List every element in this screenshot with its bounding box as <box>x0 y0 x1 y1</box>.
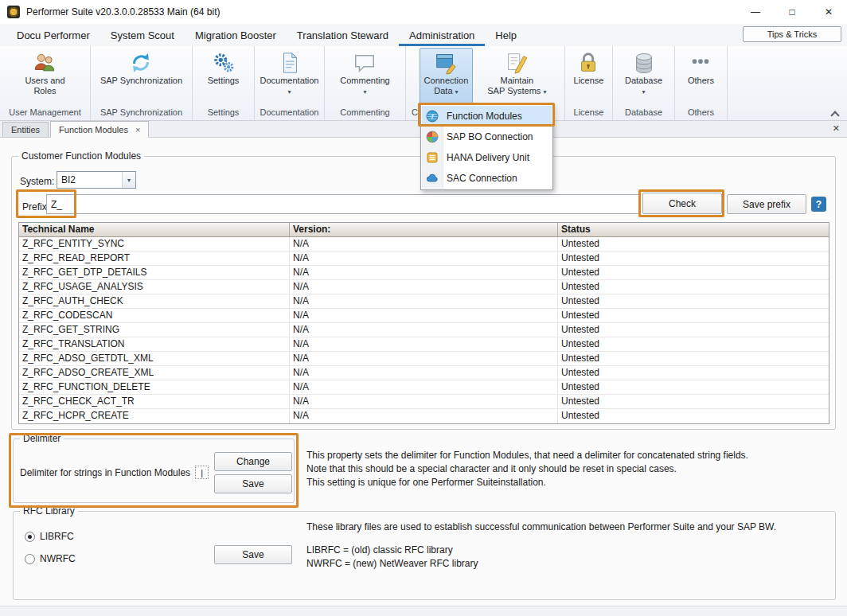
radio-nwrfc[interactable]: NWRFC <box>25 553 76 564</box>
close-button[interactable]: ✕ <box>810 0 847 24</box>
settings-button[interactable]: Settings <box>203 48 244 107</box>
minimize-button[interactable]: — <box>737 0 774 24</box>
radio-librfc[interactable]: LIBRFC <box>25 531 74 542</box>
table-row[interactable]: Z_RFC_READ_REPORTN/AUntested <box>19 251 829 266</box>
system-combobox[interactable]: BI2 ▾ <box>57 171 136 189</box>
cell-status: Untested <box>558 309 829 322</box>
database-button[interactable]: Database ▾ <box>620 48 667 107</box>
table-row[interactable]: Z_RFC_ENTITY_SYNCN/AUntested <box>19 237 829 251</box>
box-title: Customer Function Modules <box>18 150 144 162</box>
chevron-down-icon: ▾ <box>642 88 645 96</box>
cell-version: N/A <box>290 409 558 423</box>
table-row[interactable]: Z_RFC_ADSO_CREATE_XMLN/AUntested <box>19 366 829 380</box>
function-modules-icon: f <box>426 110 439 123</box>
prefix-input[interactable] <box>46 194 640 214</box>
chevron-down-icon: ▾ <box>455 88 459 96</box>
check-button[interactable]: Check <box>642 193 722 214</box>
cell-technical-name: Z_RFC_CHECK_ACT_TR <box>19 395 290 408</box>
menu-item-sap-bo-connection[interactable]: SAP BO Connection <box>422 127 552 147</box>
system-label: System: <box>20 176 54 187</box>
tab-function-modules[interactable]: Function Modules × <box>50 121 149 138</box>
help-icon[interactable]: ? <box>811 197 826 212</box>
commenting-button[interactable]: Commenting ▾ <box>335 48 394 107</box>
cell-version: N/A <box>290 323 558 337</box>
table-row[interactable]: Z_RFC_TRANSLATIONN/AUntested <box>19 337 829 352</box>
cell-version: N/A <box>290 337 558 351</box>
tab-close-icon[interactable]: × <box>135 125 140 135</box>
radio-button-icon[interactable] <box>25 532 35 542</box>
sync-arrows-icon <box>129 51 153 75</box>
ribbon-group-user-management: Users and Roles User Management <box>0 46 91 120</box>
cell-status: Untested <box>558 337 829 351</box>
function-modules-table: Technical Name Version: Status Z_RFC_ENT… <box>18 222 829 424</box>
delimiter-value-field[interactable]: | <box>195 466 209 479</box>
menu-docu-performer[interactable]: Docu Performer <box>6 24 100 46</box>
status-bar <box>0 606 847 616</box>
table-row[interactable]: Z_RFC_CHECK_ACT_TRN/AUntested <box>19 395 829 409</box>
radio-nwrfc-label: NWRFC <box>40 553 76 564</box>
cell-status: Untested <box>558 380 829 394</box>
table-row[interactable]: Z_RFC_GET_STRINGN/AUntested <box>19 323 829 337</box>
menu-administration[interactable]: Administration <box>399 24 485 46</box>
col-version[interactable]: Version: <box>290 223 558 236</box>
group-label-others: Others <box>675 107 727 120</box>
menu-system-scout[interactable]: System Scout <box>100 24 185 46</box>
table-row[interactable]: Z_RFC_ADSO_GETDTL_XMLN/AUntested <box>19 352 829 366</box>
others-button[interactable]: Others <box>683 48 719 107</box>
menu-help[interactable]: Help <box>485 24 527 46</box>
menubar: Docu Performer System Scout Migration Bo… <box>0 24 847 46</box>
cell-status: Untested <box>558 323 829 337</box>
chevron-down-icon: ▾ <box>287 88 291 96</box>
menu-migration-booster[interactable]: Migration Booster <box>185 24 287 46</box>
cell-version: N/A <box>290 352 558 365</box>
col-status[interactable]: Status <box>558 223 829 236</box>
cell-technical-name: Z_RFC_CODESCAN <box>19 309 290 322</box>
prefix-label: Prefix <box>22 201 47 212</box>
cell-version: N/A <box>290 237 558 251</box>
menu-item-function-modules[interactable]: f Function Modules <box>422 106 552 127</box>
rfc-save-button[interactable]: Save <box>214 545 292 564</box>
menu-item-label: SAP BO Connection <box>447 131 533 142</box>
rfc-description-line3: NWRFC = (new) NetWeaver RFC library <box>306 557 478 571</box>
chevron-down-icon[interactable]: ▾ <box>122 172 135 188</box>
hana-delivery-unit-icon <box>426 151 439 164</box>
sap-synchronization-button[interactable]: SAP Synchronization <box>96 48 187 107</box>
cell-status: Untested <box>558 409 829 423</box>
save-prefix-button[interactable]: Save prefix <box>727 194 806 214</box>
table-row[interactable]: Z_RFC_AUTH_CHECKN/AUntested <box>19 294 829 309</box>
panel-close-icon[interactable]: ✕ <box>833 123 840 134</box>
connection-data-button[interactable]: Connection Data ▾ <box>420 48 474 107</box>
documentation-button[interactable]: Documentation ▾ <box>256 48 324 107</box>
menu-translation-steward[interactable]: Translation Steward <box>287 24 399 46</box>
maximize-button[interactable]: □ <box>774 0 810 24</box>
cell-technical-name: Z_RFC_GET_DTP_DETAILS <box>19 266 290 279</box>
delimiter-label: Delimiter for strings in Function Module… <box>20 467 190 478</box>
maintain-sap-systems-button[interactable]: Maintain SAP Systems ▾ <box>482 48 551 107</box>
app-window: Performer Suite v20.3.0.0.28533 Main (64… <box>0 0 847 616</box>
table-row[interactable]: Z_RFC_HCPR_CREATEN/AUntested <box>19 409 829 423</box>
document-icon <box>278 51 302 75</box>
gears-icon <box>212 51 236 75</box>
cell-status: Untested <box>558 395 829 408</box>
radio-button-icon[interactable] <box>25 554 35 564</box>
table-row[interactable]: Z_RFC_FUNCTION_DELETEN/AUntested <box>19 380 829 395</box>
cell-technical-name: Z_RFC_FUNCTION_DELETE <box>19 380 290 394</box>
change-button[interactable]: Change <box>214 452 292 471</box>
users-icon <box>33 51 57 75</box>
col-technical-name[interactable]: Technical Name <box>19 223 290 236</box>
users-and-roles-button[interactable]: Users and Roles <box>20 48 69 107</box>
cell-technical-name: Z_RFC_ENTITY_SYNC <box>19 237 290 251</box>
menu-item-sac-connection[interactable]: SAC Connection <box>422 168 552 189</box>
table-row[interactable]: Z_RFC_CODESCANN/AUntested <box>19 309 829 323</box>
tips-and-tricks-button[interactable]: Tips & Tricks <box>743 26 841 42</box>
tab-entities[interactable]: Entities <box>2 122 49 137</box>
menu-item-hana-delivery-unit[interactable]: HANA Delivery Unit <box>422 147 552 168</box>
license-button[interactable]: License <box>569 48 609 107</box>
box-title: RFC Library <box>20 505 78 517</box>
table-row[interactable]: Z_RFC_GET_DTP_DETAILSN/AUntested <box>19 266 829 280</box>
delimiter-save-button[interactable]: Save <box>214 474 292 493</box>
ribbon-group-license: License License <box>565 46 613 120</box>
table-row[interactable]: Z_RFC_USAGE_ANALYSISN/AUntested <box>19 280 829 294</box>
group-label-documentation: Documentation <box>255 107 324 120</box>
ribbon-collapse-icon[interactable] <box>831 110 839 118</box>
